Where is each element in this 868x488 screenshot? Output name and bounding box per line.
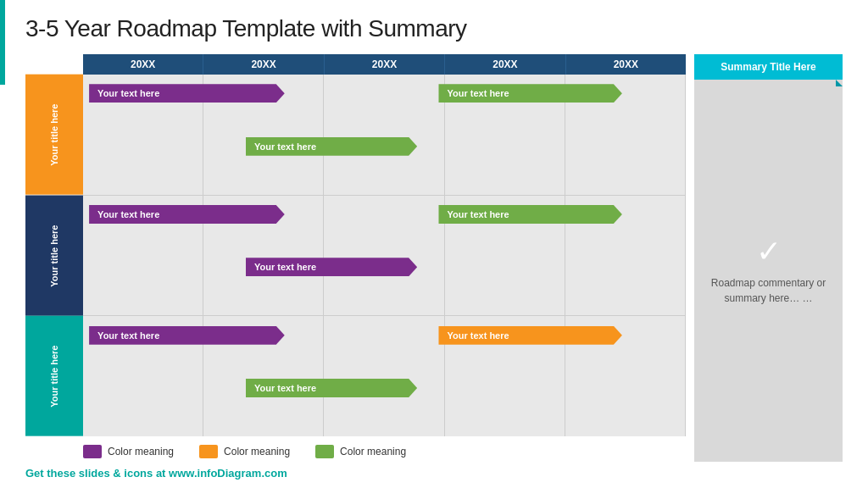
footer-text-after: .com: [261, 467, 287, 480]
legend-color-1: [199, 445, 218, 458]
legend-color-0: [83, 445, 102, 458]
table-row-1: Your title hereYour text hereYour text h…: [25, 196, 686, 317]
gantt-bar-0-2: Your text here: [246, 137, 417, 156]
gantt-bar-0-1: Your text here: [438, 84, 621, 103]
footer-brand: infoDiagram: [198, 467, 262, 480]
footer-text-before: Get these slides & icons at www.: [25, 467, 198, 480]
summary-text: Roadmap commentary or summary here… …: [703, 275, 834, 306]
gantt-bar-2-1: Your text here: [438, 326, 621, 345]
gantt-bar-1-1: Your text here: [438, 205, 621, 224]
left-accent: [0, 0, 5, 85]
cell-2-2: [324, 316, 444, 436]
gantt-bar-0-0: Your text here: [89, 84, 285, 103]
checkmark-icon: ✓: [756, 236, 782, 267]
row-cells-0: Your text hereYour text hereYour text he…: [83, 75, 686, 195]
row-label-0: Your title here: [25, 75, 83, 195]
legend-item-0: Color meaning: [83, 445, 174, 458]
header-cell-2: 20XX: [325, 54, 445, 75]
legend-label-0: Color meaning: [108, 446, 174, 458]
footer: Get these slides & icons at www.infoDiag…: [25, 467, 843, 480]
gantt-bar-1-2: Your text here: [246, 258, 417, 276]
header-cell-3: 20XX: [445, 54, 565, 75]
table-body: Your title hereYour text hereYour text h…: [25, 75, 686, 436]
row-cells-2: Your text hereYour text hereYour text he…: [83, 316, 686, 436]
table-row-0: Your title hereYour text hereYour text h…: [25, 75, 686, 196]
row-cells-1: Your text hereYour text hereYour text he…: [83, 196, 686, 316]
gantt-bar-1-0: Your text here: [89, 205, 285, 224]
summary-panel: Summary Title Here ✓ Roadmap commentary …: [694, 54, 843, 462]
page: 3-5 Year Roadmap Template with Summary 2…: [0, 0, 868, 488]
summary-title: Summary Title Here: [694, 54, 843, 80]
legend-item-2: Color meaning: [315, 445, 406, 458]
legend: Color meaningColor meaningColor meaning: [83, 441, 686, 462]
cell-1-2: [324, 196, 444, 316]
row-label-1: Your title here: [25, 196, 83, 316]
legend-label-1: Color meaning: [224, 446, 290, 458]
gantt-bar-2-0: Your text here: [89, 326, 285, 345]
cell-0-2: [324, 75, 444, 195]
table-row-2: Your title hereYour text hereYour text h…: [25, 316, 686, 436]
roadmap-section: 20XX20XX20XX20XX20XX Your title hereYour…: [25, 54, 686, 462]
table-header: 20XX20XX20XX20XX20XX: [83, 54, 686, 75]
legend-label-2: Color meaning: [340, 446, 406, 458]
header-cell-1: 20XX: [203, 54, 324, 75]
content-area: 20XX20XX20XX20XX20XX Your title hereYour…: [25, 54, 843, 462]
legend-item-1: Color meaning: [199, 445, 290, 458]
roadmap-table: 20XX20XX20XX20XX20XX Your title hereYour…: [25, 54, 686, 436]
legend-color-2: [315, 445, 334, 458]
gantt-bar-2-2: Your text here: [246, 379, 417, 397]
page-title: 3-5 Year Roadmap Template with Summary: [25, 15, 843, 42]
summary-body: ✓ Roadmap commentary or summary here… …: [694, 80, 843, 462]
row-label-2: Your title here: [25, 316, 83, 436]
header-cell-4: 20XX: [566, 54, 686, 75]
header-cell-0: 20XX: [83, 54, 203, 75]
